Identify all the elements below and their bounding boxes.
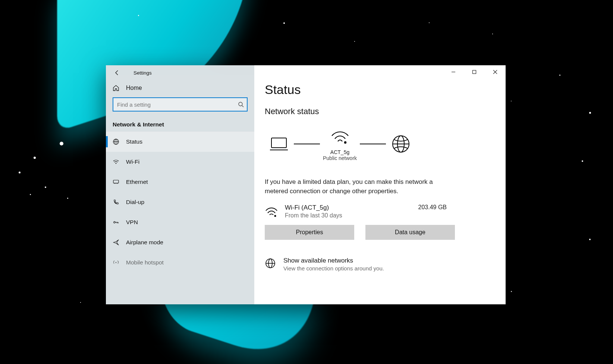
svg-line-1 xyxy=(242,106,243,107)
sidebar-item-hotspot[interactable]: Mobile hotspot xyxy=(106,252,254,273)
sidebar-item-label: VPN xyxy=(126,219,138,226)
section-head: Network status xyxy=(265,97,495,116)
wifi-icon xyxy=(265,205,278,219)
sidebar-item-ethernet[interactable]: Ethernet xyxy=(106,172,254,192)
sidebar-home-label: Home xyxy=(126,85,142,91)
close-button[interactable] xyxy=(485,65,506,79)
svg-point-10 xyxy=(114,222,115,223)
maximize-button[interactable] xyxy=(464,65,485,79)
sidebar-item-wifi[interactable]: Wi-Fi xyxy=(106,152,254,172)
globe-icon xyxy=(389,134,413,154)
svg-point-25 xyxy=(274,215,276,217)
globe-icon xyxy=(113,138,119,145)
connection-row: Wi-Fi (ACT_5g) From the last 30 days 203… xyxy=(265,196,495,219)
globe-icon xyxy=(265,258,276,269)
phone-icon xyxy=(113,199,119,205)
sidebar-item-label: Ethernet xyxy=(126,179,148,185)
back-button[interactable] xyxy=(110,65,125,80)
device-icon xyxy=(267,134,291,154)
home-icon xyxy=(113,85,119,91)
maximize-icon xyxy=(472,70,477,74)
network-diagram: ACT_5g Public network xyxy=(265,116,495,161)
sidebar-home[interactable]: Home xyxy=(106,80,254,95)
settings-window: Settings Home Network & Internet Sta xyxy=(106,65,506,304)
svg-point-0 xyxy=(239,102,242,106)
diagram-network-type: Public network xyxy=(323,155,357,161)
window-title: Settings xyxy=(125,70,152,76)
svg-point-21 xyxy=(344,141,346,144)
connection-subtitle: From the last 30 days xyxy=(285,212,412,219)
airplane-icon xyxy=(113,239,119,246)
sidebar-item-status[interactable]: Status xyxy=(106,132,254,152)
connection-name: Wi-Fi (ACT_5g) xyxy=(285,204,412,211)
sidebar-item-label: Mobile hotspot xyxy=(126,259,164,266)
search-input[interactable] xyxy=(113,97,248,112)
sidebar-nav: Status Wi-Fi Ethernet Dial-up xyxy=(106,132,254,273)
diagram-line xyxy=(294,144,320,144)
sidebar-category: Network & Internet xyxy=(106,117,254,132)
sidebar: Settings Home Network & Internet Sta xyxy=(106,65,254,304)
sidebar-item-dialup[interactable]: Dial-up xyxy=(106,192,254,212)
svg-rect-19 xyxy=(271,138,286,148)
connection-usage: 203.49 GB xyxy=(418,204,496,211)
svg-rect-16 xyxy=(473,70,476,74)
window-buttons xyxy=(443,65,506,79)
data-usage-button[interactable]: Data usage xyxy=(365,225,455,240)
search-icon xyxy=(238,101,244,107)
show-networks-title: Show available networks xyxy=(283,257,384,264)
svg-point-14 xyxy=(116,262,117,263)
sidebar-item-label: Wi-Fi xyxy=(126,159,139,165)
minimize-button[interactable] xyxy=(443,65,464,79)
content-pane: Status Network status ACT_5g Public netw… xyxy=(254,65,506,304)
show-networks-row[interactable]: Show available networks View the connect… xyxy=(265,240,495,272)
show-networks-subtitle: View the connection options around you. xyxy=(283,265,384,272)
hotspot-icon xyxy=(113,259,119,266)
arrow-left-icon xyxy=(114,70,120,76)
sidebar-item-airplane[interactable]: Airplane mode xyxy=(106,232,254,252)
sidebar-item-vpn[interactable]: VPN xyxy=(106,212,254,232)
titlebar-left: Settings xyxy=(106,65,254,80)
properties-button[interactable]: Properties xyxy=(265,225,354,240)
close-icon xyxy=(493,70,497,74)
sidebar-item-label: Status xyxy=(126,138,142,145)
svg-point-5 xyxy=(116,163,117,164)
diagram-line xyxy=(360,144,386,144)
ethernet-icon xyxy=(113,179,119,185)
svg-rect-6 xyxy=(113,180,119,183)
diagram-network-name: ACT_5g xyxy=(330,149,349,155)
wifi-icon xyxy=(113,159,119,165)
wifi-icon xyxy=(328,127,352,147)
minimize-icon xyxy=(451,70,456,74)
sidebar-item-label: Airplane mode xyxy=(126,239,163,246)
network-blurb: If you have a limited data plan, you can… xyxy=(265,161,444,196)
vpn-icon xyxy=(113,219,119,226)
sidebar-item-label: Dial-up xyxy=(126,199,144,205)
